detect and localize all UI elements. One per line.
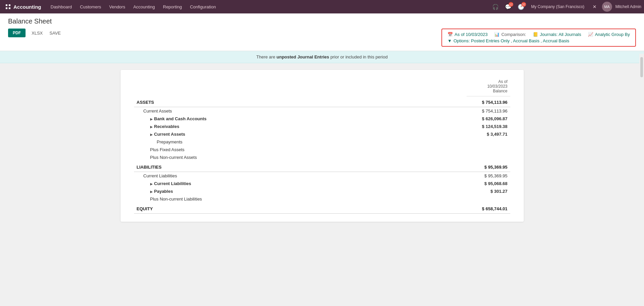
calendar-icon: 📅 [447, 32, 453, 37]
date-value: As of 10/03/2023 [455, 32, 487, 37]
journals-icon: 📒 [533, 32, 538, 37]
row-name: Plus Fixed Assets [150, 147, 185, 152]
expand-arrow-icon[interactable]: ▶ [150, 182, 153, 186]
nav-accounting[interactable]: Accounting [129, 0, 159, 13]
row-label[interactable]: ▶Receivables [134, 123, 467, 130]
row-name: EQUITY [137, 206, 153, 211]
row-label: Plus Fixed Assets [134, 146, 467, 154]
filter-row-1: 📅 As of 10/03/2023 📊 Comparison: 📒 Journ… [447, 32, 630, 37]
filter-row-2: ▼ Options: Posted Entries Only , Accrual… [447, 38, 630, 43]
top-navigation: Accounting Dashboard Customers Vendors A… [0, 0, 644, 13]
options-value: Options: Posted Entries Only , Accrual B… [454, 38, 569, 43]
options-filter[interactable]: ▼ Options: Posted Entries Only , Accrual… [447, 38, 569, 43]
row-label: Current Assets [134, 107, 467, 115]
filter-panel: 📅 As of 10/03/2023 📊 Comparison: 📒 Journ… [441, 29, 636, 47]
row-amount: $ 754,113.96 [467, 107, 510, 115]
analytic-filter[interactable]: 📈 Analytic Group By [588, 32, 630, 37]
row-label: Prepayments [134, 138, 467, 146]
report-table-wrap: As of 10/03/2023 Balance ASSETS$ 754,113… [121, 70, 524, 222]
avatar[interactable]: MA [602, 2, 612, 12]
row-label[interactable]: ▶Current Liabilities [134, 180, 467, 187]
warning-bar: There are unposted Journal Entries prior… [0, 51, 644, 63]
date-filter[interactable]: 📅 As of 10/03/2023 [447, 32, 487, 37]
row-name: Payables [154, 189, 173, 194]
svg-rect-0 [6, 4, 7, 6]
row-amount: $ 95,369.95 [467, 172, 510, 180]
app-brand[interactable]: Accounting [13, 4, 41, 10]
row-label: LIABILITIES [134, 161, 467, 172]
expand-arrow-icon[interactable]: ▶ [150, 125, 153, 129]
row-amount [467, 146, 510, 154]
svg-rect-3 [9, 7, 10, 9]
main-content: As of 10/03/2023 Balance ASSETS$ 754,113… [0, 63, 644, 306]
row-name: Prepayments [157, 139, 183, 144]
row-label[interactable]: ▶Payables [134, 187, 467, 195]
row-name: LIABILITIES [137, 165, 162, 170]
expand-arrow-icon[interactable]: ▶ [150, 133, 153, 136]
row-amount [467, 154, 510, 161]
svg-rect-1 [9, 4, 10, 6]
row-amount [467, 195, 510, 203]
journals-value: Journals: All Journals [540, 32, 581, 37]
user-name[interactable]: Mitchell Admin [615, 4, 641, 9]
row-amount: $ 301.27 [467, 187, 510, 195]
journals-filter[interactable]: 📒 Journals: All Journals [533, 32, 581, 37]
row-amount: $ 95,369.95 [467, 161, 510, 172]
row-label: ASSETS [134, 96, 467, 107]
comparison-label: Comparison: [501, 32, 526, 37]
report-table: As of 10/03/2023 Balance ASSETS$ 754,113… [134, 78, 510, 214]
comparison-filter[interactable]: 📊 Comparison: [494, 32, 526, 37]
warning-text-before: There are [256, 54, 276, 59]
xlsx-button[interactable]: XLSX [28, 29, 46, 38]
chat-badge: 12 [509, 2, 513, 7]
row-amount: $ 658,744.01 [467, 203, 510, 214]
page-title: Balance Sheet [8, 17, 636, 25]
row-label: Plus Non-current Assets [134, 154, 467, 161]
save-button[interactable]: SAVE [46, 29, 64, 38]
toolbar: PDF XLSX SAVE 📅 As of 10/03/2023 📊 Compa… [8, 29, 636, 51]
chat-icon[interactable]: 💬 12 [503, 1, 514, 12]
row-amount: $ 754,113.96 [467, 96, 510, 107]
row-label[interactable]: ▶Bank and Cash Accounts [134, 115, 467, 123]
activity-badge: 32 [521, 2, 526, 7]
nav-dashboard[interactable]: Dashboard [47, 0, 76, 13]
nav-vendors[interactable]: Vendors [105, 0, 129, 13]
page-header: Balance Sheet PDF XLSX SAVE 📅 As of 10/0… [0, 13, 644, 51]
nav-customers[interactable]: Customers [76, 0, 105, 13]
warning-text-after: prior or included in this period [329, 54, 388, 59]
row-amount: $ 3,497.71 [467, 130, 510, 138]
filter-icon: ▼ [447, 38, 452, 43]
comparison-icon: 📊 [494, 32, 500, 37]
row-label: EQUITY [134, 203, 467, 214]
settings-icon[interactable]: ✕ [589, 1, 600, 12]
scrollbar-vertical[interactable] [639, 54, 644, 306]
row-amount: $ 626,096.87 [467, 115, 510, 123]
row-label: Plus Non-current Liabilities [134, 195, 467, 203]
analytic-icon: 📈 [588, 32, 593, 37]
row-name: Current Liabilities [143, 173, 177, 178]
row-name: Receivables [154, 124, 179, 129]
row-name: Plus Non-current Liabilities [150, 196, 202, 202]
pdf-button[interactable]: PDF [8, 29, 26, 37]
expand-arrow-icon[interactable]: ▶ [150, 190, 153, 193]
app-grid-icon[interactable] [3, 1, 13, 12]
nav-configuration[interactable]: Configuration [186, 0, 220, 13]
support-icon[interactable]: 🎧 [490, 1, 501, 12]
analytic-value: Analytic Group By [595, 32, 630, 37]
row-label: Current Liabilities [134, 172, 467, 180]
svg-rect-2 [6, 7, 7, 9]
row-amount: $ 124,519.38 [467, 123, 510, 130]
scrollbar-thumb[interactable] [640, 57, 643, 77]
col-header-date: As of 10/03/2023 Balance [467, 78, 510, 96]
activity-icon[interactable]: 🕐 32 [516, 1, 526, 12]
expand-arrow-icon[interactable]: ▶ [150, 117, 153, 121]
row-name: ASSETS [137, 100, 154, 105]
row-name: Bank and Cash Accounts [154, 116, 207, 121]
nav-reporting[interactable]: Reporting [159, 0, 186, 13]
row-name: Current Liabilities [154, 181, 191, 186]
row-name: Plus Non-current Assets [150, 155, 197, 160]
row-name: Current Assets [143, 108, 172, 114]
row-label[interactable]: ▶Current Assets [134, 130, 467, 138]
warning-text-bold[interactable]: unposted Journal Entries [276, 54, 329, 59]
company-name[interactable]: My Company (San Francisco) [528, 4, 587, 9]
